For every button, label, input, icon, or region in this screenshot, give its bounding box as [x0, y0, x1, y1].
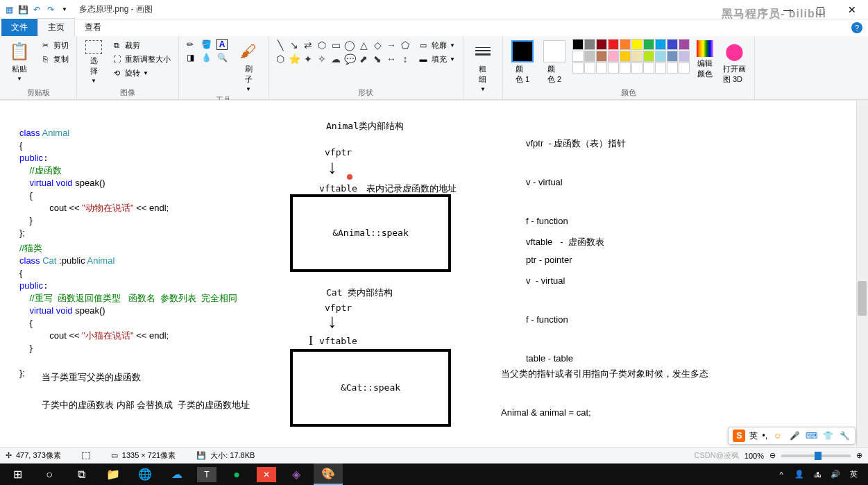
zoom-slider[interactable] — [781, 454, 851, 457]
ime-mic-icon[interactable]: 🎤 — [788, 429, 801, 442]
tab-view[interactable]: 查看 — [75, 19, 111, 36]
color-swatch[interactable] — [679, 62, 690, 74]
zoom-thumb[interactable] — [815, 452, 822, 460]
wechat-icon[interactable]: ● — [222, 463, 251, 485]
tab-home[interactable]: 主页 — [37, 18, 75, 36]
color-swatch[interactable] — [584, 62, 595, 74]
color-swatch[interactable] — [667, 62, 678, 74]
eraser-icon[interactable]: ◨ — [185, 52, 196, 63]
ime-punct[interactable]: •, — [762, 431, 767, 441]
fill-icon[interactable]: 🪣 — [201, 39, 212, 50]
tray-network-icon[interactable]: 🖧 — [811, 468, 824, 481]
rotate-button[interactable]: ⟲旋转▼ — [109, 67, 173, 79]
xmind-icon[interactable]: ✕ — [257, 467, 276, 482]
picker-icon[interactable]: 💧 — [201, 52, 212, 63]
color1-button[interactable]: 颜 色 1 — [509, 39, 536, 86]
brush-button[interactable]: 🖌 刷 子 ▼ — [235, 39, 262, 94]
open-3d-button[interactable]: ⬤ 打开画 图 3D — [720, 39, 749, 86]
status-selection — [82, 452, 90, 459]
thickness-button[interactable]: 粗 细 ▼ — [469, 39, 497, 94]
tray-up-icon[interactable]: ^ — [775, 468, 788, 481]
color-swatch[interactable] — [667, 39, 678, 50]
start-button[interactable]: ⊞ — [3, 463, 32, 485]
tray-volume-icon[interactable]: 🔊 — [829, 468, 842, 481]
ime-skin-icon[interactable]: 👕 — [822, 429, 834, 442]
color-swatch[interactable] — [631, 51, 643, 62]
edit-colors-button[interactable]: 编辑 颜色 — [694, 39, 716, 80]
color-swatch[interactable] — [608, 51, 619, 62]
system-tray: ^ 👤 🖧 🔊 英 — [775, 468, 865, 481]
color-swatch[interactable] — [631, 62, 643, 74]
color-swatch[interactable] — [572, 51, 584, 62]
help-icon[interactable]: ? — [851, 22, 862, 33]
search-button[interactable]: ○ — [35, 463, 64, 485]
copy-button[interactable]: ⎘复制 — [37, 53, 71, 65]
color-swatch[interactable] — [631, 39, 643, 50]
notes-icon[interactable]: T — [197, 467, 216, 482]
crop-button[interactable]: ⧉裁剪 — [109, 39, 173, 51]
explorer-icon[interactable]: 📁 — [99, 463, 128, 485]
tab-file[interactable]: 文件 — [1, 19, 37, 36]
outline-button[interactable]: ▭轮廓▼ — [416, 39, 457, 51]
color-swatch[interactable] — [655, 51, 666, 62]
tray-ime-icon[interactable]: 英 — [847, 468, 860, 481]
text-icon[interactable]: A — [216, 39, 228, 50]
color-swatch[interactable] — [620, 62, 631, 74]
color-swatch[interactable] — [596, 51, 607, 62]
canvas[interactable]: class Animal { public: //虚函数 virtual voi… — [0, 100, 868, 447]
color-swatch[interactable] — [584, 39, 595, 50]
paste-button[interactable]: 📋 粘贴 ▼ — [6, 39, 33, 83]
paint-icon[interactable]: 🎨 — [314, 463, 343, 485]
ime-toolbox-icon[interactable]: 🔧 — [838, 429, 851, 442]
color-swatch[interactable] — [643, 51, 654, 62]
color-swatch[interactable] — [655, 62, 666, 74]
disk-icon: 💾 — [196, 451, 206, 460]
color2-button[interactable]: 颜 色 2 — [541, 39, 568, 86]
color-swatch[interactable] — [620, 39, 631, 50]
pencil-icon[interactable]: ✏ — [185, 39, 196, 50]
color-swatch[interactable] — [572, 39, 584, 50]
save-icon[interactable]: 💾 — [17, 3, 29, 16]
ime-lang[interactable]: 英 — [749, 430, 758, 442]
color-swatch[interactable] — [620, 51, 631, 62]
select-button[interactable]: 选 择 ▼ — [83, 39, 105, 85]
ime-emoji-icon[interactable]: ☺ — [772, 429, 784, 442]
cut-button[interactable]: ✂剪切 — [37, 39, 71, 51]
close-button[interactable]: ✕ — [836, 0, 868, 19]
color-swatch[interactable] — [643, 39, 654, 50]
color-swatch[interactable] — [655, 39, 666, 50]
shapes-gallery[interactable]: ╲↘⇄⬡▭◯△◇→⬠ ⬡⭐✦✧☁💬⬈⬊↔↕ — [274, 39, 411, 65]
color-swatch[interactable] — [679, 51, 690, 62]
fill-shape-button[interactable]: ▬填充▼ — [416, 53, 457, 65]
sogou-icon[interactable]: S — [733, 429, 745, 442]
color-swatch[interactable] — [596, 62, 607, 74]
qat-dropdown-icon[interactable]: ▼ — [58, 3, 71, 16]
vertical-scrollbar[interactable] — [856, 101, 868, 447]
color-swatch[interactable] — [667, 51, 678, 62]
scroll-thumb[interactable] — [858, 281, 867, 316]
zoom-in-button[interactable]: ⊕ — [856, 451, 862, 460]
color-swatch[interactable] — [596, 39, 607, 50]
baidu-icon[interactable]: ☁ — [162, 463, 192, 485]
resize-button[interactable]: ⛶重新调整大小 — [109, 53, 173, 65]
thickness-icon — [472, 40, 494, 62]
zoom-icon[interactable]: 🔍 — [216, 52, 228, 63]
color-swatch[interactable] — [584, 51, 595, 62]
color-swatch[interactable] — [608, 62, 619, 74]
edge-icon[interactable]: 🌐 — [130, 463, 160, 485]
color-swatch[interactable] — [608, 39, 619, 50]
color-swatch[interactable] — [643, 62, 654, 74]
zoom-out-button[interactable]: ⊖ — [769, 451, 776, 460]
color-swatch[interactable] — [572, 62, 584, 74]
task-view-button[interactable]: ⧉ — [67, 463, 96, 485]
ime-keyboard-icon[interactable]: ⌨ — [805, 429, 817, 442]
brush-icon: 🖌 — [237, 40, 259, 62]
fillshape-icon: ▬ — [418, 53, 429, 65]
red-dot — [347, 174, 352, 180]
undo-icon[interactable]: ↶ — [31, 3, 43, 16]
redo-icon[interactable]: ↷ — [44, 3, 57, 16]
ime-toolbar[interactable]: S 英 •, ☺ 🎤 ⌨ 👕 🔧 — [728, 427, 856, 445]
tray-people-icon[interactable]: 👤 — [793, 468, 806, 481]
color-swatch[interactable] — [679, 39, 690, 50]
vs-icon[interactable]: ◈ — [282, 463, 311, 485]
